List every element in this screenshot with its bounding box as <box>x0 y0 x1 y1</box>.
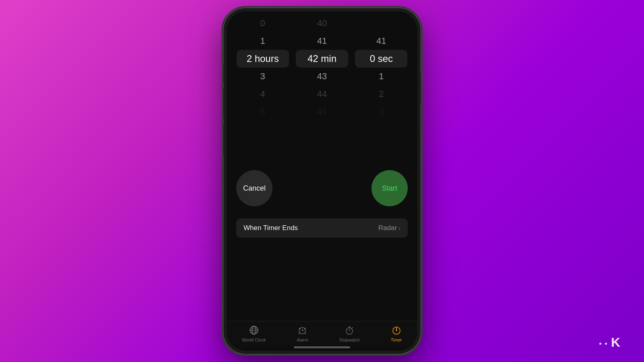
svg-line-10 <box>299 333 300 334</box>
picker-item: 3 <box>355 103 407 121</box>
picker-item-selected-seconds: 0 sec <box>355 50 407 68</box>
alarm-icon <box>297 325 308 336</box>
volume-up-button <box>221 88 223 119</box>
picker-item: 3 <box>237 68 289 85</box>
power-button <box>421 72 423 105</box>
home-indicator <box>294 346 350 348</box>
minutes-column[interactable]: 40 41 42 min 43 44 45 <box>296 14 348 121</box>
picker-item: 1 <box>237 32 289 50</box>
tab-world-clock-label: World Clock <box>242 337 266 342</box>
start-button[interactable]: Start <box>372 170 408 206</box>
timer-ends-sound: Radar <box>378 224 397 232</box>
brand-letter: K <box>611 335 620 350</box>
chevron-right-icon: › <box>398 225 400 231</box>
svg-line-16 <box>352 327 353 328</box>
tab-world-clock[interactable]: World Clock <box>242 325 266 342</box>
tab-alarm[interactable]: Alarm <box>297 325 308 342</box>
when-timer-ends-row[interactable]: When Timer Ends Radar › <box>236 218 408 238</box>
picker-item: 41 <box>355 32 407 50</box>
tab-stopwatch[interactable]: Stopwatch <box>339 325 360 342</box>
tab-alarm-label: Alarm <box>297 337 308 342</box>
phone-screen: 0 1 2 hours 3 4 5 40 41 42 min 43 44 45 <box>227 11 417 351</box>
world-clock-icon <box>248 325 260 336</box>
picker-item-selected-hours: 2 hours <box>237 50 289 68</box>
svg-point-18 <box>396 330 397 331</box>
picker-item: 2 <box>355 85 407 103</box>
picker-item: 5 <box>237 103 289 121</box>
tab-timer-label: Timer <box>391 337 402 342</box>
picker-item: 44 <box>296 85 348 103</box>
picker-columns: 0 1 2 hours 3 4 5 40 41 42 min 43 44 45 <box>227 14 417 121</box>
brand-logo: K <box>599 335 620 350</box>
svg-line-11 <box>305 333 306 334</box>
mute-button <box>221 64 223 82</box>
tab-bar: World Clock Alarm <box>227 321 417 346</box>
picker-item: 41 <box>296 32 348 50</box>
picker-item: 45 <box>296 103 348 121</box>
picker-item: 40 <box>296 14 348 32</box>
picker-item: 0 <box>237 14 289 32</box>
middle-area: Cancel Start When Timer Ends Radar › <box>227 121 417 321</box>
picker-item <box>355 14 407 32</box>
picker-item: 1 <box>355 68 407 85</box>
cancel-button[interactable]: Cancel <box>236 170 272 206</box>
tab-timer[interactable]: Timer <box>391 325 402 342</box>
time-picker[interactable]: 0 1 2 hours 3 4 5 40 41 42 min 43 44 45 <box>227 11 417 121</box>
phone-mockup: 0 1 2 hours 3 4 5 40 41 42 min 43 44 45 <box>223 8 421 354</box>
tab-stopwatch-label: Stopwatch <box>339 337 360 342</box>
picker-item: 43 <box>296 68 348 85</box>
timer-ends-label: When Timer Ends <box>244 224 298 232</box>
action-buttons-row: Cancel Start <box>236 170 408 206</box>
brand-dots <box>599 337 607 350</box>
seconds-column[interactable]: 41 0 sec 1 2 3 <box>355 14 407 121</box>
timer-ends-value: Radar › <box>378 224 400 232</box>
stopwatch-icon <box>344 325 355 336</box>
picker-item-selected-minutes: 42 min <box>296 50 348 68</box>
timer-icon <box>391 325 402 336</box>
volume-down-button <box>221 125 223 155</box>
picker-item: 4 <box>237 85 289 103</box>
hours-column[interactable]: 0 1 2 hours 3 4 5 <box>237 14 289 121</box>
